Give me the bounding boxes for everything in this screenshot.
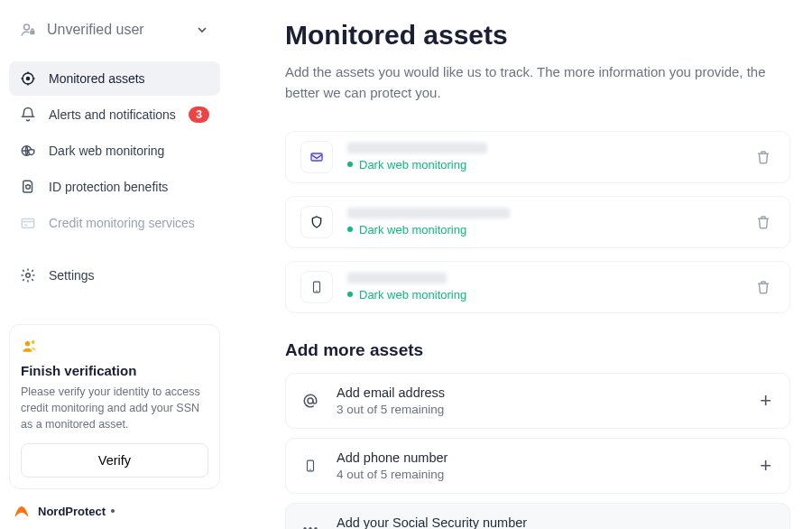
svg-rect-9 [311,153,322,161]
user-label: Unverified user [47,22,144,38]
verify-title: Finish verification [21,363,208,378]
svg-rect-5 [22,219,34,228]
add-sub: 3 out of 5 remaining [337,403,756,416]
phone-icon [300,458,320,474]
sidebar-item-alerts[interactable]: Alerts and notifications 3 [9,97,220,132]
add-phone-row[interactable]: Add phone number 4 out of 5 remaining + [285,438,790,494]
chevron-down-icon [195,23,209,37]
nav-label: Credit monitoring services [49,216,195,230]
asset-row: Dark web monitoring [285,196,790,248]
phone-icon [300,271,333,303]
nav-label: ID protection benefits [49,180,168,194]
nav-label: Alerts and notifications [49,107,176,122]
svg-rect-1 [30,31,34,35]
sidebar-item-monitored-assets[interactable]: Monitored assets [9,61,220,96]
svg-point-8 [32,340,35,344]
asset-row: Dark web monitoring [285,261,790,313]
user-selector[interactable]: Unverified user [9,14,220,45]
verify-card: Finish verification Please verify your i… [9,324,220,489]
asset-status: Dark web monitoring [347,288,752,302]
asset-row: Dark web monitoring [285,131,790,183]
brand-name: NordProtect [38,505,106,518]
brand-dot-icon [111,509,115,513]
user-lock-icon [20,22,36,38]
add-sub: 4 out of 5 remaining [337,468,756,481]
asset-status: Dark web monitoring [347,158,752,172]
plus-icon: + [756,454,775,478]
svg-point-11 [308,398,313,404]
delete-button[interactable] [752,145,775,169]
add-more-heading: Add more assets [285,340,790,360]
sidebar-item-settings[interactable]: Settings [9,258,220,292]
people-icon [21,338,39,356]
add-title: Add your Social Security number [337,515,775,530]
page-subtitle: Add the assets you would like us to trac… [285,61,772,104]
svg-point-0 [24,24,30,30]
gear-icon [20,267,36,283]
email-icon [300,141,333,173]
add-title: Add email address [337,385,756,400]
alerts-badge: 3 [189,107,209,123]
svg-point-7 [25,341,30,346]
add-email-row[interactable]: Add email address 3 out of 5 remaining + [285,373,790,429]
sidebar-item-benefits[interactable]: ID protection benefits [9,170,220,204]
document-shield-icon [20,179,36,195]
add-ssn-row: Add your Social Security number Please v… [285,503,790,530]
page-title: Monitored assets [285,20,790,51]
brand: NordProtect [9,502,220,520]
brand-logo-icon [13,502,31,520]
redacted-value [347,143,487,153]
add-title: Add phone number [337,450,756,465]
delete-button[interactable] [752,210,775,234]
bell-icon [20,107,36,123]
nav-label: Monitored assets [49,71,145,86]
plus-icon: + [756,389,775,413]
credit-card-icon [20,215,36,231]
shield-icon [300,206,333,238]
verify-body: Please verify your identity to access cr… [21,384,208,432]
redacted-value [347,273,447,283]
ssn-icon [300,524,320,530]
svg-point-6 [26,274,31,278]
globe-shield-icon [20,143,36,159]
at-icon [300,393,320,409]
sidebar-item-credit[interactable]: Credit monitoring services [9,206,220,240]
nav-label: Settings [49,268,95,283]
sidebar-item-darkweb[interactable]: Dark web monitoring [9,134,220,168]
verify-button[interactable]: Verify [21,443,208,478]
target-icon [20,70,36,87]
nav-label: Dark web monitoring [49,144,164,158]
asset-status: Dark web monitoring [347,223,752,237]
delete-button[interactable] [752,275,775,299]
svg-point-3 [27,78,30,80]
redacted-value [347,208,510,218]
